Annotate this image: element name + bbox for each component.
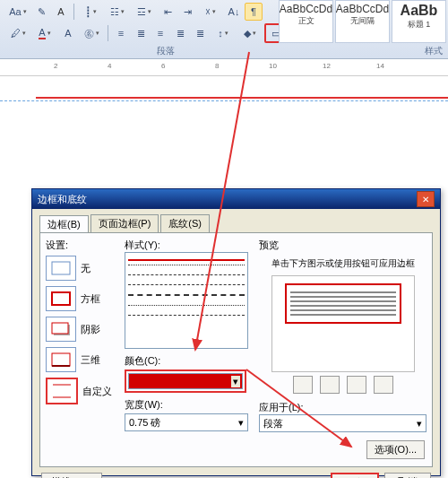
width-label: 宽度(W):: [125, 398, 250, 412]
setting-custom-icon[interactable]: [46, 378, 78, 404]
align-justify-button[interactable]: ≣: [171, 24, 189, 42]
highlight-button[interactable]: 🖊▾: [5, 24, 30, 42]
style-normal[interactable]: AaBbCcDd正文: [279, 0, 333, 43]
setting-box-icon[interactable]: [46, 286, 76, 311]
style-heading1[interactable]: AaBb标题 1: [392, 0, 446, 43]
styles-group-label: 样式: [425, 45, 443, 57]
close-icon[interactable]: ✕: [417, 191, 435, 207]
char-shading-button[interactable]: ㊔▾: [79, 24, 104, 42]
ribbon: Aa▾ ✎ A ┋▾ ☷▾ ☲▾ ⇤ ⇥ ☓▾ A↓ ¶ AaBbCcDd正文 …: [0, 0, 448, 59]
color-selector-highlight: ▾: [125, 369, 246, 393]
svg-rect-0: [52, 262, 70, 274]
bullets-button[interactable]: ┋▾: [78, 3, 103, 21]
tab-shading[interactable]: 底纹(S): [160, 214, 210, 232]
asian-layout-button[interactable]: ☓▾: [198, 3, 223, 21]
tab-page-border[interactable]: 页面边框(P): [90, 214, 159, 232]
settings-label: 设置:: [46, 239, 119, 252]
char-border-button[interactable]: A: [59, 24, 77, 42]
line-spacing-button[interactable]: ↕▾: [211, 24, 236, 42]
chevron-down-icon: ▾: [417, 418, 422, 430]
page-blue-guide: [0, 100, 448, 101]
svg-rect-3: [52, 323, 68, 334]
font-color-button[interactable]: A▾: [32, 24, 57, 42]
format-brush-button[interactable]: A: [52, 3, 70, 21]
setting-3d-icon[interactable]: [46, 347, 76, 372]
ok-button[interactable]: 确定: [331, 473, 379, 478]
shading-button[interactable]: ◆▾: [237, 24, 263, 42]
cancel-button[interactable]: 取消: [384, 473, 431, 478]
chevron-down-icon: ▾: [238, 417, 244, 429]
apply-to-dropdown[interactable]: 段落▾: [259, 414, 426, 432]
multilevel-button[interactable]: ☲▾: [132, 3, 157, 21]
options-button[interactable]: 选项(O)...: [366, 440, 425, 459]
ruler[interactable]: 2 4 6 8 10 12 14: [0, 59, 448, 76]
align-distribute-button[interactable]: ≣: [191, 24, 209, 42]
indent-inc-button[interactable]: ⇥: [178, 3, 196, 21]
page-red-border: [36, 97, 448, 99]
dialog-title: 边框和底纹: [38, 193, 87, 206]
setting-shadow-icon[interactable]: [46, 317, 76, 342]
show-marks-button[interactable]: ¶: [245, 3, 263, 21]
svg-rect-4: [52, 353, 70, 366]
color-dropdown[interactable]: ▾: [128, 373, 243, 389]
toggle-bottom-button[interactable]: [320, 376, 340, 394]
toggle-top-button[interactable]: [293, 376, 313, 394]
clear-format-button[interactable]: ✎: [32, 3, 50, 21]
apply-to-label: 应用于(L):: [259, 401, 304, 414]
color-label: 颜色(C):: [125, 354, 250, 368]
svg-rect-1: [52, 292, 70, 305]
setting-none-icon[interactable]: [46, 256, 76, 281]
style-listbox[interactable]: [125, 252, 248, 349]
numbering-button[interactable]: ☷▾: [105, 3, 130, 21]
align-center-button[interactable]: ≣: [132, 24, 150, 42]
dialog-titlebar[interactable]: 边框和底纹 ✕: [32, 189, 440, 209]
toggle-right-button[interactable]: [374, 376, 393, 394]
align-right-button[interactable]: ≡: [151, 24, 169, 42]
chevron-down-icon: ▾: [231, 376, 240, 387]
sort-button[interactable]: A↓: [225, 3, 243, 21]
toggle-left-button[interactable]: [347, 376, 366, 394]
paragraph-group-label: 段落: [157, 45, 175, 57]
indent-dec-button[interactable]: ⇤: [159, 3, 177, 21]
preview-label: 预览: [259, 239, 426, 252]
align-left-button[interactable]: ≡: [112, 24, 130, 42]
preview-hint: 单击下方图示或使用按钮可应用边框: [259, 257, 426, 270]
font-menu[interactable]: Aa▾: [5, 3, 30, 21]
style-nospace[interactable]: AaBbCcDd无间隔: [335, 0, 390, 43]
width-dropdown[interactable]: 0.75 磅▾: [125, 413, 248, 431]
document-page[interactable]: [0, 76, 448, 166]
style-label: 样式(Y):: [125, 239, 250, 252]
preview-box[interactable]: [271, 275, 415, 372]
horizontal-line-button[interactable]: 横线(H)...: [41, 473, 102, 478]
borders-shading-dialog: 边框和底纹 ✕ 边框(B) 页面边框(P) 底纹(S) 设置: 无 方框 阴影 …: [31, 188, 441, 476]
tab-borders[interactable]: 边框(B): [39, 215, 89, 233]
